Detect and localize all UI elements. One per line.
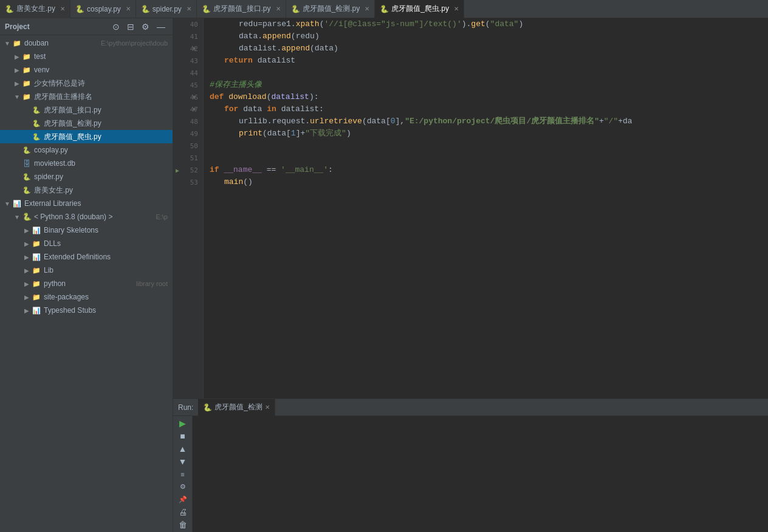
py-icon: 🐍	[5, 5, 14, 13]
py-icon: 🐍	[141, 5, 150, 13]
tab-cosplay[interactable]: 🐍 cosplay.py ✕	[70, 0, 136, 18]
layout-button[interactable]: ⊟	[125, 21, 137, 33]
db-icon: 🗄	[22, 159, 32, 168]
label-movietest: movietest.db	[34, 159, 168, 168]
sidebar-item-spiderpy[interactable]: 🐍 spider.py	[0, 170, 173, 183]
run-tab-close[interactable]: ✕	[265, 404, 270, 411]
tab-close-虎牙接口[interactable]: ✕	[276, 5, 281, 12]
label-spider: spider.py	[34, 172, 168, 181]
run-label: Run:	[178, 403, 193, 412]
sidebar-item-venv[interactable]: ▶ 📁 venv	[0, 63, 173, 77]
lines-container: 40 41 42 ▼ 43 44 4	[173, 18, 768, 398]
sidebar-item-dlls[interactable]: ▶ 📁 DLLs	[0, 237, 173, 250]
label-typeshed-stubs: Typeshed Stubs	[44, 306, 168, 315]
folder-icon-虎牙主播: 📁	[22, 92, 32, 101]
fold-arrow-47[interactable]: ▼	[193, 106, 196, 112]
sync-button[interactable]: ⊙	[110, 21, 122, 33]
project-title: Project	[5, 22, 106, 31]
fold-arrow-46[interactable]: ▼	[193, 94, 196, 100]
sidebar-item-虎牙接口py[interactable]: 🐍 虎牙颜值_接口.py	[0, 103, 173, 117]
sidebar-item-虎牙检测py[interactable]: 🐍 虎牙颜值_检测.py	[0, 117, 173, 130]
tab-close-cosplay[interactable]: ✕	[126, 5, 131, 12]
folder-icon-少女情怀: 📁	[22, 78, 32, 88]
minimize-button[interactable]: —	[154, 21, 168, 33]
sidebar-item-虎牙爬虫py[interactable]: 🐍 虎牙颜值_爬虫.py	[0, 130, 173, 143]
run-tab-虎牙检测[interactable]: 🐍 虎牙颜值_检测 ✕	[198, 399, 275, 416]
gutter-52: 52	[173, 164, 203, 176]
code-line-50	[204, 140, 768, 152]
tab-虎牙爬虫[interactable]: 🐍 虎牙颜值_爬虫.py ✕	[375, 0, 464, 18]
sidebar-item-python-libroot[interactable]: ▶ 📁 python library root	[0, 277, 173, 290]
run-tab-icon: 🐍	[203, 403, 212, 412]
arrow-python-lib: ▶	[22, 281, 32, 287]
tab-close-虎牙爬虫[interactable]: ✕	[454, 5, 459, 12]
sidebar-item-douban[interactable]: ▼ 📁 douban E:\python\project\doub	[0, 36, 173, 50]
tab-虎牙检测[interactable]: 🐍 虎牙颜值_检测.py ✕	[286, 0, 375, 18]
run-output	[193, 416, 768, 532]
run-trash-button[interactable]: 🗑	[176, 519, 190, 530]
label-douban: douban	[24, 39, 98, 47]
label-dlls: DLLs	[44, 239, 168, 248]
code-line-42: datalist.append(data)	[204, 43, 768, 55]
tab-唐美女生[interactable]: 🐍 唐美女生.py ✕	[0, 0, 70, 18]
sidebar-item-movietestdb[interactable]: 🗄 movietest.db	[0, 157, 173, 170]
sidebar-item-external-libraries[interactable]: ▼ 📊 External Libraries	[0, 197, 173, 210]
py-icon-cosplay: 🐍	[22, 145, 32, 155]
gutter-40: 40	[173, 18, 203, 30]
tab-close-虎牙检测[interactable]: ✕	[365, 5, 369, 12]
arrow-site-packages: ▶	[22, 294, 32, 301]
tab-label: spider.py	[153, 5, 182, 13]
label-python-lib: python	[44, 279, 134, 288]
run-stop-button[interactable]: ■	[176, 431, 190, 442]
gutter-53: 53	[173, 176, 203, 188]
sidebar-item-少女情怀总是诗[interactable]: ▶ 📁 少女情怀总是诗	[0, 77, 173, 90]
sidebar-item-test[interactable]: ▶ 📁 test	[0, 50, 173, 63]
tab-label: 虎牙颜值_接口.py	[213, 4, 271, 14]
run-scroll-up-button[interactable]: ▲	[176, 444, 190, 454]
sidebar-item-typeshed-stubs[interactable]: ▶ 📊 Typeshed Stubs	[0, 304, 173, 317]
sidebar-item-lib[interactable]: ▶ 📁 Lib	[0, 264, 173, 277]
gutter-46: 46 ▼	[173, 91, 203, 103]
code-line-53: main()	[204, 176, 768, 188]
tab-spider[interactable]: 🐍 spider.py ✕	[136, 0, 197, 18]
gutter-44: 44	[173, 67, 203, 79]
sidebar-item-python38[interactable]: ▼ 🐍 < Python 3.8 (douban) > E:\p	[0, 210, 173, 223]
code-line-40: redu=parse1.xpath('//i[@class="js-num"]/…	[204, 18, 768, 30]
main-area: Project ⊙ ⊟ ⚙ — ▼ 📁 douban E:\python\pro…	[0, 18, 768, 532]
sidebar-item-site-packages[interactable]: ▶ 📁 site-packages	[0, 290, 173, 304]
fold-arrow-42[interactable]: ▼	[193, 46, 196, 52]
hint-python-lib: library root	[136, 280, 168, 287]
arrow-venv: ▶	[12, 67, 22, 73]
folder-icon-dlls: 📁	[32, 239, 41, 248]
python-icon: 🐍	[22, 212, 32, 222]
ext-lib-icon: 📊	[12, 199, 22, 208]
sidebar-item-唐美女生py[interactable]: 🐍 唐美女生.py	[0, 183, 173, 197]
run-scroll-down-button[interactable]: ▼	[176, 456, 190, 466]
run-play-button[interactable]: ▶	[176, 418, 190, 429]
arrow-少女情怀: ▶	[12, 80, 22, 87]
run-toolbar: ▶ ■ ▲ ▼ ≡ ⚙ 📌 🖨 🗑	[173, 416, 193, 532]
settings-button[interactable]: ⚙	[139, 21, 152, 33]
sidebar-item-虎牙主播[interactable]: ▼ 📁 虎牙颜值主播排名	[0, 90, 173, 103]
run-settings-button[interactable]: ⚙	[176, 482, 190, 492]
tab-close-唐美女生[interactable]: ✕	[60, 5, 65, 12]
tab-close-spider[interactable]: ✕	[187, 5, 191, 12]
hint-douban: E:\python\project\doub	[101, 39, 168, 47]
label-ext-lib: External Libraries	[24, 199, 168, 208]
arrow-binary: ▶	[22, 227, 32, 234]
code-content[interactable]: redu=parse1.xpath('//i[@class="js-num"]/…	[204, 18, 768, 398]
label-虎牙爬虫: 虎牙颜值_爬虫.py	[44, 132, 168, 142]
label-虎牙接口: 虎牙颜值_接口.py	[44, 105, 168, 115]
run-print-button[interactable]: 🖨	[176, 506, 190, 517]
run-content-area: ▶ ■ ▲ ▼ ≡ ⚙ 📌 🖨 🗑	[173, 416, 768, 532]
editor-area: 40 41 42 ▼ 43 44 4	[173, 18, 768, 532]
tab-虎牙接口[interactable]: 🐍 虎牙颜值_接口.py ✕	[197, 0, 286, 18]
sidebar-item-extended-definitions[interactable]: ▶ 📊 Extended Definitions	[0, 250, 173, 264]
sidebar-item-binary-skeletons[interactable]: ▶ 📊 Binary Skeletons	[0, 223, 173, 237]
folder-icon-site-packages: 📁	[32, 292, 41, 302]
sidebar-header: Project ⊙ ⊟ ⚙ —	[0, 18, 173, 35]
sidebar-item-cosplaypy[interactable]: 🐍 cosplay.py	[0, 143, 173, 157]
run-dump-button[interactable]: ≡	[176, 469, 190, 479]
code-line-43: return datalist	[204, 55, 768, 67]
run-pin-button[interactable]: 📌	[176, 494, 190, 505]
